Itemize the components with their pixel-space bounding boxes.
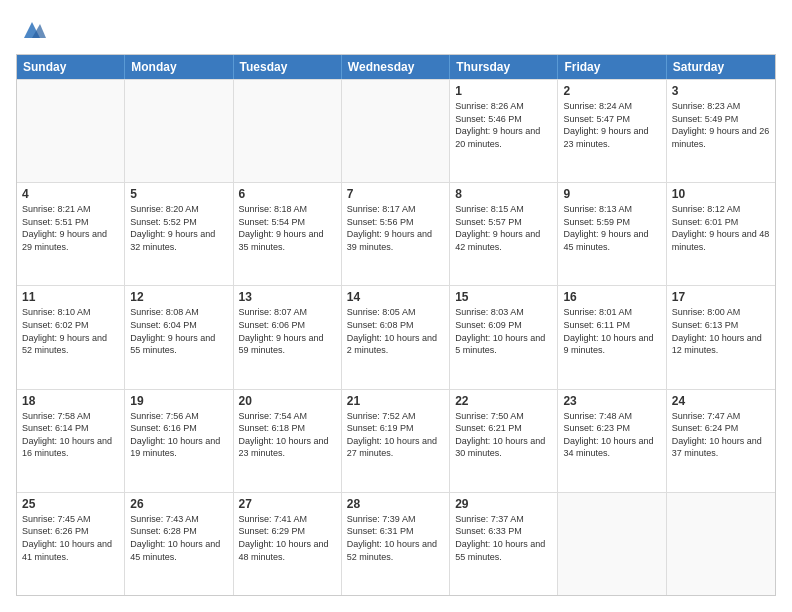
calendar-week: 1Sunrise: 8:26 AM Sunset: 5:46 PM Daylig… [17, 79, 775, 182]
day-number: 27 [239, 497, 336, 511]
calendar-cell: 25Sunrise: 7:45 AM Sunset: 6:26 PM Dayli… [17, 493, 125, 595]
calendar-cell: 12Sunrise: 8:08 AM Sunset: 6:04 PM Dayli… [125, 286, 233, 388]
day-info: Sunrise: 8:07 AM Sunset: 6:06 PM Dayligh… [239, 306, 336, 356]
calendar-cell: 3Sunrise: 8:23 AM Sunset: 5:49 PM Daylig… [667, 80, 775, 182]
day-number: 13 [239, 290, 336, 304]
calendar-week: 11Sunrise: 8:10 AM Sunset: 6:02 PM Dayli… [17, 285, 775, 388]
calendar-cell [558, 493, 666, 595]
calendar-header-cell: Thursday [450, 55, 558, 79]
day-number: 6 [239, 187, 336, 201]
day-info: Sunrise: 7:48 AM Sunset: 6:23 PM Dayligh… [563, 410, 660, 460]
day-number: 7 [347, 187, 444, 201]
day-number: 12 [130, 290, 227, 304]
day-number: 26 [130, 497, 227, 511]
day-info: Sunrise: 8:12 AM Sunset: 6:01 PM Dayligh… [672, 203, 770, 253]
day-number: 2 [563, 84, 660, 98]
calendar-cell: 24Sunrise: 7:47 AM Sunset: 6:24 PM Dayli… [667, 390, 775, 492]
day-info: Sunrise: 8:01 AM Sunset: 6:11 PM Dayligh… [563, 306, 660, 356]
calendar-cell: 5Sunrise: 8:20 AM Sunset: 5:52 PM Daylig… [125, 183, 233, 285]
calendar-cell: 19Sunrise: 7:56 AM Sunset: 6:16 PM Dayli… [125, 390, 233, 492]
calendar-cell: 13Sunrise: 8:07 AM Sunset: 6:06 PM Dayli… [234, 286, 342, 388]
calendar-cell: 16Sunrise: 8:01 AM Sunset: 6:11 PM Dayli… [558, 286, 666, 388]
calendar-header-cell: Sunday [17, 55, 125, 79]
day-number: 3 [672, 84, 770, 98]
calendar-cell: 26Sunrise: 7:43 AM Sunset: 6:28 PM Dayli… [125, 493, 233, 595]
day-info: Sunrise: 7:37 AM Sunset: 6:33 PM Dayligh… [455, 513, 552, 563]
day-number: 22 [455, 394, 552, 408]
day-number: 17 [672, 290, 770, 304]
calendar-cell: 21Sunrise: 7:52 AM Sunset: 6:19 PM Dayli… [342, 390, 450, 492]
calendar-cell: 8Sunrise: 8:15 AM Sunset: 5:57 PM Daylig… [450, 183, 558, 285]
calendar-cell: 22Sunrise: 7:50 AM Sunset: 6:21 PM Dayli… [450, 390, 558, 492]
calendar-cell: 23Sunrise: 7:48 AM Sunset: 6:23 PM Dayli… [558, 390, 666, 492]
day-info: Sunrise: 8:26 AM Sunset: 5:46 PM Dayligh… [455, 100, 552, 150]
calendar-header-cell: Wednesday [342, 55, 450, 79]
day-number: 18 [22, 394, 119, 408]
day-info: Sunrise: 8:20 AM Sunset: 5:52 PM Dayligh… [130, 203, 227, 253]
day-info: Sunrise: 8:23 AM Sunset: 5:49 PM Dayligh… [672, 100, 770, 150]
header [16, 16, 776, 44]
day-number: 19 [130, 394, 227, 408]
day-info: Sunrise: 7:56 AM Sunset: 6:16 PM Dayligh… [130, 410, 227, 460]
calendar-cell: 17Sunrise: 8:00 AM Sunset: 6:13 PM Dayli… [667, 286, 775, 388]
calendar-cell: 27Sunrise: 7:41 AM Sunset: 6:29 PM Dayli… [234, 493, 342, 595]
calendar-week: 18Sunrise: 7:58 AM Sunset: 6:14 PM Dayli… [17, 389, 775, 492]
calendar-cell [342, 80, 450, 182]
calendar-header-cell: Tuesday [234, 55, 342, 79]
day-info: Sunrise: 8:05 AM Sunset: 6:08 PM Dayligh… [347, 306, 444, 356]
calendar-cell: 14Sunrise: 8:05 AM Sunset: 6:08 PM Dayli… [342, 286, 450, 388]
day-info: Sunrise: 7:39 AM Sunset: 6:31 PM Dayligh… [347, 513, 444, 563]
day-number: 24 [672, 394, 770, 408]
calendar-cell: 11Sunrise: 8:10 AM Sunset: 6:02 PM Dayli… [17, 286, 125, 388]
day-info: Sunrise: 8:21 AM Sunset: 5:51 PM Dayligh… [22, 203, 119, 253]
day-info: Sunrise: 7:52 AM Sunset: 6:19 PM Dayligh… [347, 410, 444, 460]
calendar: SundayMondayTuesdayWednesdayThursdayFrid… [16, 54, 776, 596]
day-number: 11 [22, 290, 119, 304]
day-number: 10 [672, 187, 770, 201]
day-info: Sunrise: 8:03 AM Sunset: 6:09 PM Dayligh… [455, 306, 552, 356]
calendar-cell: 6Sunrise: 8:18 AM Sunset: 5:54 PM Daylig… [234, 183, 342, 285]
day-number: 15 [455, 290, 552, 304]
day-info: Sunrise: 8:00 AM Sunset: 6:13 PM Dayligh… [672, 306, 770, 356]
day-info: Sunrise: 7:41 AM Sunset: 6:29 PM Dayligh… [239, 513, 336, 563]
calendar-cell: 15Sunrise: 8:03 AM Sunset: 6:09 PM Dayli… [450, 286, 558, 388]
day-number: 20 [239, 394, 336, 408]
calendar-cell: 20Sunrise: 7:54 AM Sunset: 6:18 PM Dayli… [234, 390, 342, 492]
day-number: 29 [455, 497, 552, 511]
calendar-header-cell: Friday [558, 55, 666, 79]
day-number: 1 [455, 84, 552, 98]
calendar-header-row: SundayMondayTuesdayWednesdayThursdayFrid… [17, 55, 775, 79]
calendar-cell: 10Sunrise: 8:12 AM Sunset: 6:01 PM Dayli… [667, 183, 775, 285]
day-info: Sunrise: 8:15 AM Sunset: 5:57 PM Dayligh… [455, 203, 552, 253]
calendar-cell: 29Sunrise: 7:37 AM Sunset: 6:33 PM Dayli… [450, 493, 558, 595]
day-info: Sunrise: 7:54 AM Sunset: 6:18 PM Dayligh… [239, 410, 336, 460]
calendar-cell: 7Sunrise: 8:17 AM Sunset: 5:56 PM Daylig… [342, 183, 450, 285]
day-info: Sunrise: 8:18 AM Sunset: 5:54 PM Dayligh… [239, 203, 336, 253]
calendar-header-cell: Saturday [667, 55, 775, 79]
day-info: Sunrise: 8:10 AM Sunset: 6:02 PM Dayligh… [22, 306, 119, 356]
logo-icon [18, 16, 46, 44]
calendar-cell [125, 80, 233, 182]
calendar-cell: 18Sunrise: 7:58 AM Sunset: 6:14 PM Dayli… [17, 390, 125, 492]
calendar-header-cell: Monday [125, 55, 233, 79]
day-number: 23 [563, 394, 660, 408]
day-number: 4 [22, 187, 119, 201]
calendar-cell: 9Sunrise: 8:13 AM Sunset: 5:59 PM Daylig… [558, 183, 666, 285]
day-info: Sunrise: 7:47 AM Sunset: 6:24 PM Dayligh… [672, 410, 770, 460]
day-info: Sunrise: 8:17 AM Sunset: 5:56 PM Dayligh… [347, 203, 444, 253]
day-number: 25 [22, 497, 119, 511]
day-info: Sunrise: 8:24 AM Sunset: 5:47 PM Dayligh… [563, 100, 660, 150]
day-info: Sunrise: 8:13 AM Sunset: 5:59 PM Dayligh… [563, 203, 660, 253]
calendar-week: 25Sunrise: 7:45 AM Sunset: 6:26 PM Dayli… [17, 492, 775, 595]
calendar-cell [234, 80, 342, 182]
calendar-week: 4Sunrise: 8:21 AM Sunset: 5:51 PM Daylig… [17, 182, 775, 285]
day-number: 9 [563, 187, 660, 201]
day-info: Sunrise: 7:50 AM Sunset: 6:21 PM Dayligh… [455, 410, 552, 460]
day-number: 16 [563, 290, 660, 304]
day-number: 5 [130, 187, 227, 201]
calendar-cell: 4Sunrise: 8:21 AM Sunset: 5:51 PM Daylig… [17, 183, 125, 285]
calendar-cell [667, 493, 775, 595]
calendar-cell: 2Sunrise: 8:24 AM Sunset: 5:47 PM Daylig… [558, 80, 666, 182]
calendar-cell [17, 80, 125, 182]
day-info: Sunrise: 7:58 AM Sunset: 6:14 PM Dayligh… [22, 410, 119, 460]
